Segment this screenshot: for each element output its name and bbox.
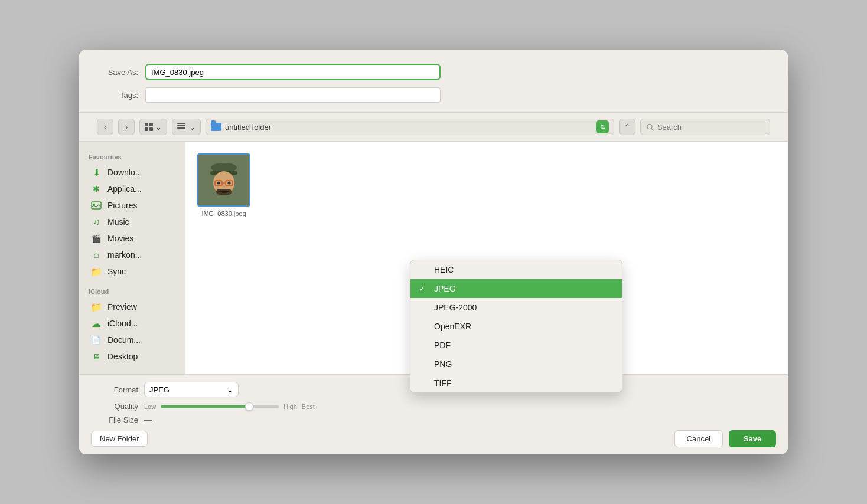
sidebar-item-preview[interactable]: 📁 Preview [82, 299, 182, 315]
sidebar-item-sync[interactable]: 📁 Sync [82, 263, 182, 280]
preview-label: Preview [107, 302, 137, 312]
format-option-jpeg[interactable]: ✓ JPEG [410, 279, 622, 298]
sidebar-item-icloud[interactable]: ☁ iCloud... [82, 315, 182, 332]
format-label: Format [91, 385, 138, 394]
dialog-header: Save As: Tags: [79, 50, 788, 113]
list-view-icon [177, 123, 187, 131]
quality-low: Low [144, 403, 156, 410]
favourites-section-label: Favourites [79, 151, 185, 164]
file-name-label: IMG_0830.jpeg [201, 210, 246, 217]
svg-line-1 [651, 128, 653, 130]
folder-icon [211, 123, 221, 131]
cancel-button[interactable]: Cancel [674, 430, 723, 447]
folder-name: untitled folder [225, 123, 592, 132]
format-select[interactable]: JPEG ⌄ [144, 382, 239, 397]
tags-input[interactable] [145, 87, 441, 103]
applications-label: Applica... [107, 184, 142, 194]
format-option-tiff[interactable]: TIFF [410, 374, 622, 392]
quality-slider-container: Low High Best [144, 403, 315, 410]
format-select-arrow: ⌄ [227, 385, 233, 394]
icon-view-chevron: ⌄ [155, 123, 162, 132]
jpeg2000-label: JPEG-2000 [434, 303, 477, 312]
forward-button[interactable]: › [118, 119, 135, 135]
check-mark: ✓ [419, 284, 425, 293]
format-dropdown: HEIC ✓ JPEG JPEG-2000 OpenEXR PDF PNG [410, 260, 622, 393]
save-as-label: Save As: [97, 68, 138, 77]
svg-point-3 [93, 204, 95, 205]
filesize-value: — [144, 415, 152, 424]
collapse-button[interactable]: ⌃ [619, 119, 635, 135]
format-option-png[interactable]: PNG [410, 355, 622, 374]
new-folder-button[interactable]: New Folder [91, 431, 148, 447]
movies-icon: 🎬 [91, 233, 102, 244]
pdf-label: PDF [434, 341, 451, 350]
sidebar-item-documents[interactable]: 📄 Docum... [82, 332, 182, 348]
format-option-pdf[interactable]: PDF [410, 336, 622, 355]
sync-label: Sync [107, 267, 126, 276]
sidebar-item-home[interactable]: ⌂ markon... [82, 247, 182, 263]
sidebar-item-desktop[interactable]: 🖥 Desktop [82, 348, 182, 365]
avatar-image [198, 155, 249, 205]
documents-label: Docum... [107, 335, 141, 345]
music-icon: ♫ [91, 217, 102, 227]
filesize-row: File Size — [91, 415, 776, 424]
folder-navigate-button[interactable]: ⇅ [596, 120, 609, 133]
quality-best: Best [302, 403, 315, 410]
list-view-button[interactable]: ⌄ [172, 119, 201, 135]
sidebar-item-applications[interactable]: ✱ Applica... [82, 181, 182, 197]
icon-view-button[interactable]: ⌄ [139, 119, 167, 135]
format-option-heic[interactable]: HEIC [410, 260, 622, 279]
icloud-icon: ☁ [91, 318, 102, 329]
heic-label: HEIC [434, 265, 454, 274]
tags-row: Tags: [97, 87, 770, 103]
quality-label: Quality [91, 402, 138, 411]
quality-slider[interactable] [161, 405, 279, 408]
desktop-label: Desktop [107, 352, 138, 361]
sidebar-item-movies[interactable]: 🎬 Movies [82, 230, 182, 247]
pictures-label: Pictures [107, 201, 138, 210]
action-buttons: Cancel Save [674, 430, 776, 447]
applications-icon: ✱ [91, 184, 102, 194]
preview-folder-icon: 📁 [91, 302, 102, 312]
search-field[interactable] [640, 119, 770, 135]
jpeg-label: JPEG [434, 284, 456, 293]
folder-location: untitled folder ⇅ [206, 119, 614, 135]
sidebar-item-pictures[interactable]: Pictures [82, 197, 182, 214]
list-view-chevron: ⌄ [189, 123, 195, 132]
downloads-icon: ⬇ [91, 167, 102, 178]
tags-label: Tags: [97, 91, 138, 100]
quality-slider-thumb [245, 402, 253, 411]
save-dialog: Save As: Tags: ‹ › ⌄ ⌄ un [79, 50, 788, 454]
sidebar: Favourites ⬇ Downlo... ✱ Applica... Pict… [79, 142, 185, 374]
svg-point-13 [228, 182, 231, 185]
save-as-input[interactable] [145, 64, 441, 80]
svg-point-14 [223, 186, 225, 188]
format-option-openexr[interactable]: OpenEXR [410, 317, 622, 336]
format-option-jpeg2000[interactable]: JPEG-2000 [410, 298, 622, 317]
home-label: markon... [107, 250, 142, 260]
icloud-section-label: iCloud [79, 286, 185, 299]
movies-label: Movies [107, 234, 133, 243]
toolbar: ‹ › ⌄ ⌄ untitled folder ⇅ ⌃ [79, 113, 788, 142]
file-item[interactable]: IMG_0830.jpeg [197, 153, 250, 217]
desktop-icon: 🖥 [91, 351, 102, 362]
music-label: Music [107, 217, 129, 227]
back-button[interactable]: ‹ [97, 119, 113, 135]
tiff-label: TIFF [434, 378, 452, 388]
save-button[interactable]: Save [729, 430, 776, 447]
quality-slider-fill [161, 405, 249, 408]
documents-icon: 📄 [91, 335, 102, 345]
bottom-action-row: New Folder Cancel Save [91, 430, 776, 447]
filesize-label: File Size [91, 415, 138, 424]
format-value: JPEG [149, 385, 170, 394]
openexr-label: OpenEXR [434, 322, 471, 331]
content-area: IMG_0830.jpeg HEIC ✓ JPEG JPEG-2000 Open… [185, 142, 788, 374]
icloud-label: iCloud... [107, 319, 138, 328]
sidebar-item-music[interactable]: ♫ Music [82, 214, 182, 230]
file-thumbnail [197, 153, 250, 207]
sidebar-item-downloads[interactable]: ⬇ Downlo... [82, 164, 182, 181]
grid-view-icon [145, 123, 153, 131]
pictures-icon [91, 200, 102, 211]
dialog-body: Favourites ⬇ Downlo... ✱ Applica... Pict… [79, 142, 788, 374]
search-input[interactable] [657, 123, 764, 132]
